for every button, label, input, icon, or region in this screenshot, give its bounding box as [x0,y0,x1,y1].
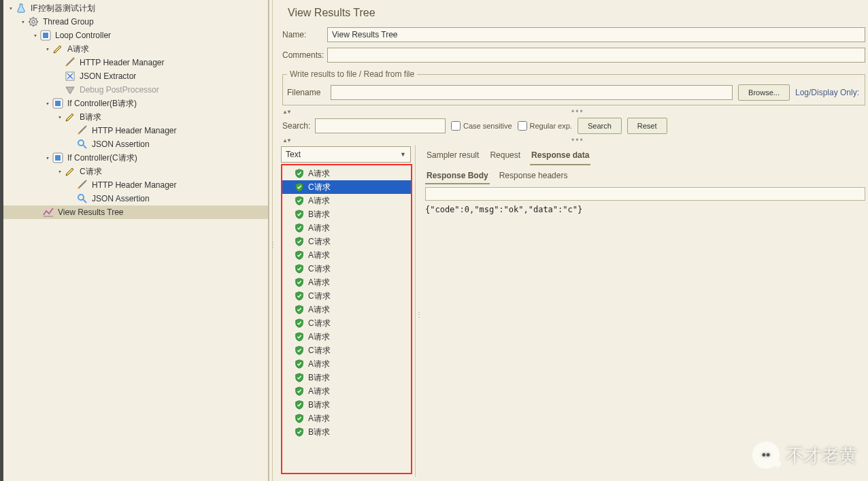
expand-toggle-icon[interactable]: ▾ [43,46,52,52]
collapse-arrows-icon: ▲▼ [282,109,290,115]
expand-toggle-icon[interactable]: ▾ [6,5,16,12]
svg-line-8 [36,18,37,20]
result-item[interactable]: A请求 [282,412,411,425]
result-item[interactable]: A请求 [282,330,411,344]
success-shield-icon [295,318,304,328]
assertion-icon [77,139,88,150]
expand-toggle-icon[interactable]: ▾ [31,32,40,39]
loop-icon [40,30,51,41]
debug-icon [65,84,76,95]
result-item[interactable]: B请求 [282,425,411,439]
result-item[interactable]: B请求 [282,371,411,384]
result-item[interactable]: C请求 [282,344,411,357]
expand-toggle-icon[interactable]: ▾ [55,114,65,120]
success-shield-icon [295,414,304,423]
browse-button[interactable]: Browse... [738,84,790,101]
result-item[interactable]: C请求 [282,316,411,330]
result-item[interactable]: A请求 [282,194,411,208]
log-display-label[interactable]: Log/Display Only: [795,88,859,97]
tree-node-if-controller-c[interactable]: ▾ If Controller(C请求) [3,151,268,165]
tab-request[interactable]: Request [488,149,522,165]
result-item-label: A请求 [308,250,330,261]
result-item-label: A请求 [308,168,330,180]
expand-toggle-icon[interactable]: ▾ [43,100,52,107]
tree-node-label: C请求 [78,166,102,178]
tree-node-label: A请求 [66,44,89,55]
result-item[interactable]: C请求 [282,262,411,276]
svg-line-9 [30,24,31,26]
success-shield-icon [295,386,304,396]
tab-response-data[interactable]: Response data [530,149,590,165]
results-splitter[interactable] [416,145,420,477]
tree-node-debug-postprocessor[interactable]: Debug PostProcessor [3,83,268,97]
tree-node-json-assertion-c[interactable]: JSON Assertion [3,192,268,205]
case-sensitive-box[interactable] [451,121,461,131]
filename-input[interactable] [331,85,733,100]
tree-node-label: If Controller(B请求) [66,98,137,110]
regular-exp-checkbox[interactable]: Regular exp. [518,121,572,131]
test-plan-tree[interactable]: ▾ IF控制器测试计划 ▾ Thread Group ▾ Loop Contro… [3,0,269,481]
expand-toggle-icon[interactable]: ▾ [43,154,52,161]
name-input[interactable] [327,27,865,42]
result-item-label: C请求 [308,236,331,248]
success-shield-icon [295,237,304,246]
result-item[interactable]: A请求 [282,167,411,180]
tree-node-a-request[interactable]: ▾ A请求 [3,42,268,56]
svg-line-21 [83,199,86,203]
response-body-text[interactable]: {"code":0,"msg":"ok","data":"c"} [425,205,865,477]
regular-exp-box[interactable] [518,121,527,131]
vertical-splitter[interactable] [269,0,273,481]
result-item[interactable]: C请求 [282,289,411,303]
tree-node-c-request[interactable]: ▾ C请求 [3,165,268,178]
tree-node-view-results-tree[interactable]: View Results Tree [3,205,268,219]
expand-toggle-icon[interactable]: ▾ [55,168,65,175]
tree-node-json-extractor[interactable]: JSON Extractor [3,69,268,83]
sampler-icon [52,44,63,54]
subtab-response-headers[interactable]: Response headers [498,169,569,184]
result-item-label: C请求 [308,263,331,275]
svg-line-7 [36,24,37,26]
tree-node-b-request[interactable]: ▾ B请求 [3,110,268,124]
tree-node-http-header-manager-b[interactable]: HTTP Header Manager [3,124,268,137]
results-list[interactable]: A请求C请求A请求B请求A请求C请求A请求C请求A请求C请求A请求C请求A请求C… [281,164,412,474]
tab-sampler-result[interactable]: Sampler result [425,149,480,165]
result-item-label: B请求 [308,399,330,411]
search-input[interactable] [315,118,446,133]
section-collapse-bar[interactable]: ▲▼ ••• [280,108,868,115]
tree-node-test-plan[interactable]: ▾ IF控制器测试计划 [3,1,268,15]
search-button[interactable]: Search [578,118,622,134]
result-item-label: A请求 [308,222,330,234]
result-item[interactable]: A请求 [282,303,411,316]
result-item[interactable]: B请求 [282,208,411,221]
json-extractor-icon [65,71,76,82]
tree-node-thread-group[interactable]: ▾ Thread Group [3,15,268,29]
write-results-fieldset: Write results to file / Read from file F… [282,69,865,105]
assertion-icon [77,193,88,204]
result-item[interactable]: A请求 [282,384,411,398]
result-item[interactable]: B请求 [282,398,411,412]
tree-node-loop-controller[interactable]: ▾ Loop Controller [3,29,268,42]
result-item[interactable]: A请求 [282,357,411,371]
result-item[interactable]: A请求 [282,221,411,235]
tree-node-http-header-manager-c[interactable]: HTTP Header Manager [3,178,268,192]
tree-node-http-header-manager[interactable]: HTTP Header Manager [3,56,268,69]
response-subtabs: Response Body Response headers [422,165,868,187]
reset-button[interactable]: Reset [627,118,667,134]
svg-line-17 [83,145,86,148]
section-collapse-bar-2[interactable]: ▲▼ ••• [280,137,868,144]
case-sensitive-checkbox[interactable]: Case sensitive [451,121,512,131]
result-item[interactable]: A请求 [282,248,411,262]
results-tree-icon [43,207,54,218]
tree-node-json-assertion-b[interactable]: JSON Assertion [3,137,268,151]
tree-node-label: HTTP Header Manager [78,58,165,67]
result-item[interactable]: C请求 [282,235,411,248]
renderer-dropdown[interactable]: Text ▼ [281,146,411,163]
tree-node-if-controller-b[interactable]: ▾ If Controller(B请求) [3,97,268,110]
success-shield-icon [295,210,304,219]
tree-node-label: HTTP Header Manager [90,180,177,190]
subtab-response-body[interactable]: Response Body [425,169,490,184]
comments-input[interactable] [327,48,865,63]
result-item[interactable]: A请求 [282,276,411,289]
expand-toggle-icon[interactable]: ▾ [18,18,28,25]
result-item[interactable]: C请求 [282,180,411,194]
